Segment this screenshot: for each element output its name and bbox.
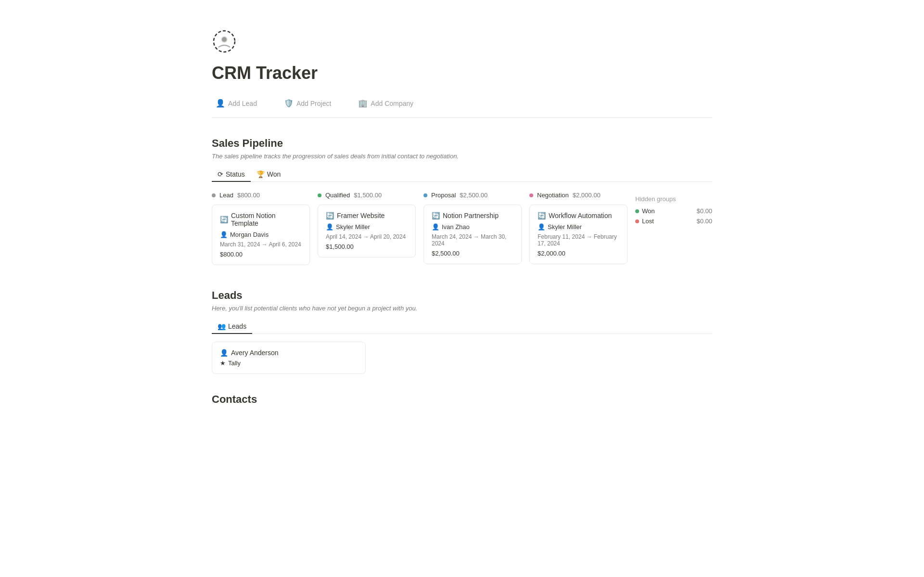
logo-icon: [212, 29, 712, 63]
svg-point-2: [222, 37, 227, 42]
deal-card-custom-notion[interactable]: 🔄 Custom Notion Template 👤 Morgan Davis …: [212, 205, 310, 265]
leads-desc: Here, you'll list potential clients who …: [212, 305, 712, 312]
person-icon: 👤: [326, 223, 334, 231]
deal-name: 🔄 Custom Notion Template: [220, 212, 302, 227]
deal-amount: $1,500.00: [326, 243, 408, 250]
pipeline-col-negotiation: Negotiation $2,000.00 🔄 Workflow Automat…: [529, 192, 628, 269]
deal-person: 👤 Skyler Miller: [538, 223, 619, 231]
lost-dot: [635, 219, 639, 223]
lead-name: 👤 Avery Anderson: [220, 349, 358, 357]
pipeline-col-lead: Lead $800.00 🔄 Custom Notion Template 👤 …: [212, 192, 310, 270]
person-icon: 👤: [216, 99, 225, 108]
person-icon: 👤: [538, 223, 545, 231]
col-header-lead: Lead $800.00: [212, 192, 310, 199]
pipeline-board: Lead $800.00 🔄 Custom Notion Template 👤 …: [212, 192, 712, 270]
deal-name: 🔄 Framer Website: [326, 212, 408, 219]
contacts-title: Contacts: [212, 393, 712, 406]
leads-tab-bar: 👥 Leads: [212, 320, 712, 334]
pipeline-col-qualified: Qualified $1,500.00 🔄 Framer Website 👤 S…: [318, 192, 416, 262]
project-icon: 🛡️: [284, 99, 294, 108]
deal-icon: 🔄: [538, 212, 546, 219]
deal-amount: $800.00: [220, 251, 302, 258]
lead-card-avery[interactable]: 👤 Avery Anderson ★ Tally: [212, 342, 366, 374]
sales-pipeline-title: Sales Pipeline: [212, 137, 712, 150]
leads-title: Leads: [212, 289, 712, 302]
hidden-groups: Hidden groups Won $0.00 Lost $0.00: [635, 192, 712, 231]
deal-icon: 🔄: [220, 216, 228, 223]
company-icon: 🏢: [358, 99, 368, 108]
person-icon: 👤: [432, 223, 439, 231]
hidden-group-won: Won $0.00: [635, 207, 712, 215]
lead-person-icon: 👤: [220, 349, 228, 357]
deal-dates: March 24, 2024 → March 30, 2024: [432, 233, 513, 247]
deal-person: 👤 Ivan Zhao: [432, 223, 513, 231]
status-tab-icon: ⟳: [218, 170, 223, 178]
pipeline-col-proposal: Proposal $2,500.00 🔄 Notion Partnership …: [424, 192, 522, 269]
deal-icon: 🔄: [432, 212, 440, 219]
deal-card-notion-partnership[interactable]: 🔄 Notion Partnership 👤 Ivan Zhao March 2…: [424, 205, 522, 264]
leads-section: Leads Here, you'll list potential client…: [212, 289, 712, 374]
deal-person: 👤 Morgan Davis: [220, 231, 302, 238]
deal-icon: 🔄: [326, 212, 334, 219]
negotiation-dot: [529, 193, 533, 197]
deal-amount: $2,500.00: [432, 250, 513, 257]
pipeline-tabs: ⟳ Status 🏆 Won: [212, 167, 712, 182]
deal-name: 🔄 Notion Partnership: [432, 212, 513, 219]
sales-pipeline-desc: The sales pipeline tracks the progressio…: [212, 153, 712, 160]
won-dot: [635, 209, 639, 213]
tab-leads[interactable]: 👥 Leads: [212, 320, 252, 334]
add-lead-button[interactable]: 👤 Add Lead: [212, 97, 261, 110]
sales-pipeline-section: Sales Pipeline The sales pipeline tracks…: [212, 137, 712, 270]
hidden-groups-title: Hidden groups: [635, 195, 712, 203]
lead-source: ★ Tally: [220, 359, 358, 367]
deal-card-workflow[interactable]: 🔄 Workflow Automation 👤 Skyler Miller Fe…: [529, 205, 628, 264]
deal-name: 🔄 Workflow Automation: [538, 212, 619, 219]
add-company-button[interactable]: 🏢 Add Company: [354, 97, 417, 110]
deal-dates: February 11, 2024 → February 17, 2024: [538, 233, 619, 247]
deal-card-framer[interactable]: 🔄 Framer Website 👤 Skyler Miller April 1…: [318, 205, 416, 257]
qualified-dot: [318, 193, 321, 197]
tab-won[interactable]: 🏆 Won: [251, 167, 287, 182]
lead-dot: [212, 193, 216, 197]
person-icon: 👤: [220, 231, 228, 238]
deal-person: 👤 Skyler Miller: [326, 223, 408, 231]
leads-tab-icon: 👥: [218, 322, 226, 330]
deal-dates: April 14, 2024 → April 20, 2024: [326, 233, 408, 240]
proposal-dot: [424, 193, 427, 197]
add-project-button[interactable]: 🛡️ Add Project: [280, 97, 335, 110]
action-bar: 👤 Add Lead 🛡️ Add Project 🏢 Add Company: [212, 97, 712, 118]
contacts-section: Contacts: [212, 393, 712, 406]
hidden-group-lost: Lost $0.00: [635, 218, 712, 225]
deal-dates: March 31, 2024 → April 6, 2024: [220, 241, 302, 248]
lead-source-icon: ★: [220, 359, 226, 367]
col-header-proposal: Proposal $2,500.00: [424, 192, 522, 199]
page-title: CRM Tracker: [212, 63, 712, 83]
tab-status[interactable]: ⟳ Status: [212, 167, 251, 182]
deal-amount: $2,000.00: [538, 250, 619, 257]
won-tab-icon: 🏆: [257, 170, 265, 178]
col-header-qualified: Qualified $1,500.00: [318, 192, 416, 199]
col-header-negotiation: Negotiation $2,000.00: [529, 192, 628, 199]
